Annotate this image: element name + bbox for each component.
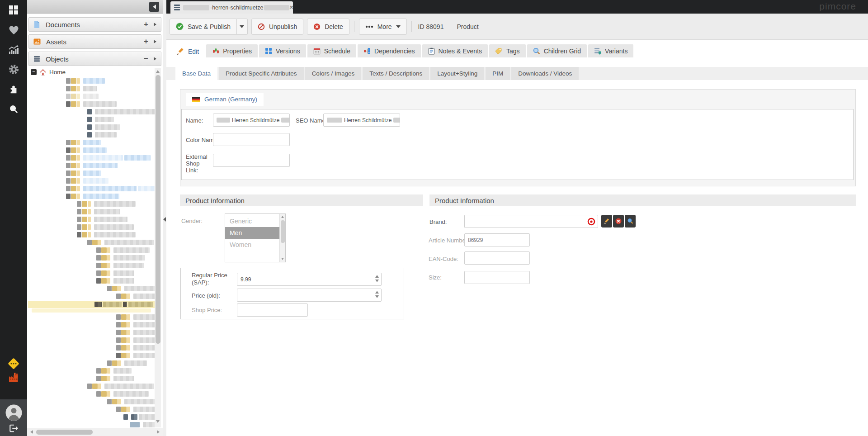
tree-node-home[interactable]: − Home xyxy=(31,68,66,76)
subtab-colors-images[interactable]: Colors / Images xyxy=(305,67,362,80)
tab-properties[interactable]: Properties xyxy=(206,44,258,57)
tree-row[interactable] xyxy=(77,201,137,207)
scroll-right-icon[interactable] xyxy=(157,430,160,434)
search-icon[interactable] xyxy=(0,104,27,115)
tree-row[interactable] xyxy=(87,132,118,138)
tree-row[interactable] xyxy=(77,216,129,223)
tree-row[interactable] xyxy=(116,329,155,336)
tree-row[interactable] xyxy=(66,193,121,199)
tab-notes-events[interactable]: Notes & Events xyxy=(422,44,488,57)
regular-price-input[interactable]: 9.99 xyxy=(237,273,382,286)
objects-expand-icon[interactable] xyxy=(154,57,156,61)
tree-row[interactable] xyxy=(96,375,136,382)
tree-row[interactable] xyxy=(87,116,115,123)
tree-row[interactable] xyxy=(66,147,108,153)
tab-close-icon[interactable]: ✕ xyxy=(289,5,294,10)
scroll-down-icon[interactable] xyxy=(281,258,284,260)
tree-horizontal-scrollbar[interactable] xyxy=(27,428,163,436)
tree-row[interactable] xyxy=(77,224,135,230)
brand-edit-button[interactable] xyxy=(601,215,612,227)
panel-splitter[interactable] xyxy=(163,0,166,436)
tab-menu-icon[interactable] xyxy=(174,5,180,10)
objects-collapse-icon[interactable]: − xyxy=(141,54,151,63)
subtab-layout-styling[interactable]: Layout+Styling xyxy=(430,67,484,80)
tree-row[interactable] xyxy=(66,78,106,84)
save-publish-button[interactable]: Save & Publish xyxy=(170,19,237,35)
gender-multiselect[interactable]: Generic Men Women xyxy=(225,213,286,262)
tree-row[interactable] xyxy=(96,270,136,276)
tab-dependencies[interactable]: Dependencies xyxy=(358,44,421,57)
scroll-thumb[interactable] xyxy=(281,220,285,243)
logout-icon[interactable] xyxy=(0,424,27,433)
multiselect-scrollbar[interactable] xyxy=(279,214,285,262)
price-spinner[interactable] xyxy=(375,275,379,282)
tree-row[interactable] xyxy=(107,398,155,405)
tree-row[interactable] xyxy=(116,322,155,328)
brand-search-button[interactable] xyxy=(625,215,636,227)
tab-tags[interactable]: Tags xyxy=(489,44,526,57)
size-input[interactable] xyxy=(464,271,530,284)
vertical-scroll-thumb[interactable] xyxy=(156,75,160,344)
tree-row[interactable] xyxy=(87,109,155,115)
external-shop-link-input[interactable] xyxy=(213,154,290,167)
tab-schedule[interactable]: Schedule xyxy=(307,44,356,57)
subtab-base-data[interactable]: Base Data xyxy=(175,67,217,80)
accordion-assets[interactable]: Assets + xyxy=(28,34,161,49)
tree-row[interactable] xyxy=(107,360,148,366)
tree-row[interactable] xyxy=(107,285,155,292)
marketing-diamond-icon[interactable] xyxy=(0,357,27,370)
splitter-collapse-handle[interactable] xyxy=(163,215,166,224)
scroll-up-icon[interactable] xyxy=(281,216,284,218)
tree-row[interactable] xyxy=(66,139,103,146)
tree-row[interactable] xyxy=(28,301,155,308)
panel-collapse-button[interactable] xyxy=(149,2,159,12)
brand-remove-button[interactable] xyxy=(613,215,624,227)
scroll-up-icon[interactable] xyxy=(156,70,160,73)
horizontal-scroll-thumb[interactable] xyxy=(36,430,93,435)
tab-variants[interactable]: Variants xyxy=(588,44,633,57)
assets-expand-icon[interactable] xyxy=(154,40,156,43)
plugins-puzzle-icon[interactable] xyxy=(0,85,27,95)
tree-row[interactable] xyxy=(116,352,155,359)
subtab-downloads-videos[interactable]: Downloads / Videos xyxy=(511,67,579,80)
tree-vertical-scrollbar[interactable] xyxy=(155,68,161,427)
brand-input[interactable] xyxy=(464,215,598,228)
gender-option-generic[interactable]: Generic xyxy=(225,215,285,227)
tab-versions[interactable]: Versions xyxy=(259,44,306,57)
reports-chart-icon[interactable] xyxy=(0,45,27,55)
tree-row[interactable] xyxy=(96,247,151,253)
tree-row[interactable] xyxy=(66,85,98,92)
save-options-dropdown[interactable] xyxy=(237,19,248,35)
price-spinner[interactable] xyxy=(375,291,379,298)
more-button[interactable]: More xyxy=(359,19,407,35)
subtab-texts-descriptions[interactable]: Texts / Descriptions xyxy=(363,67,429,80)
factory-icon[interactable] xyxy=(0,372,27,383)
ean-code-input[interactable] xyxy=(464,251,530,265)
gender-option-women[interactable]: Women xyxy=(225,239,285,251)
tree-row[interactable] xyxy=(66,162,119,169)
tree-row[interactable] xyxy=(96,391,150,397)
user-avatar[interactable] xyxy=(0,404,27,421)
scroll-down-icon[interactable] xyxy=(156,420,160,423)
accordion-documents[interactable]: Documents + xyxy=(28,17,161,32)
old-price-input[interactable] xyxy=(237,289,382,302)
seo-name-input[interactable]: Herren Schildmütze xyxy=(323,114,400,127)
name-input[interactable]: Herren Schildmütze xyxy=(213,114,290,127)
tree-row[interactable] xyxy=(96,278,136,284)
assets-add-icon[interactable]: + xyxy=(141,37,151,46)
accordion-objects[interactable]: Objects − xyxy=(28,52,161,66)
gender-option-men[interactable]: Men xyxy=(225,227,285,239)
subtab-product-specific[interactable]: Product Specific Attributes xyxy=(219,67,304,80)
tree-row[interactable] xyxy=(123,414,155,420)
tree-row[interactable] xyxy=(66,101,118,107)
tree-row[interactable] xyxy=(116,406,155,412)
color-name-input[interactable] xyxy=(213,133,290,146)
documents-add-icon[interactable]: + xyxy=(141,20,151,29)
tree-row[interactable] xyxy=(96,368,133,374)
tree-row[interactable] xyxy=(66,93,100,100)
tree-row[interactable] xyxy=(66,178,110,184)
document-tab[interactable]: -herren-schildmuetze ✕ xyxy=(170,1,293,14)
subtab-pim[interactable]: PIM xyxy=(486,67,510,80)
collapse-toggle-icon[interactable]: − xyxy=(31,69,37,75)
article-number-input[interactable]: 86929 xyxy=(464,233,530,246)
